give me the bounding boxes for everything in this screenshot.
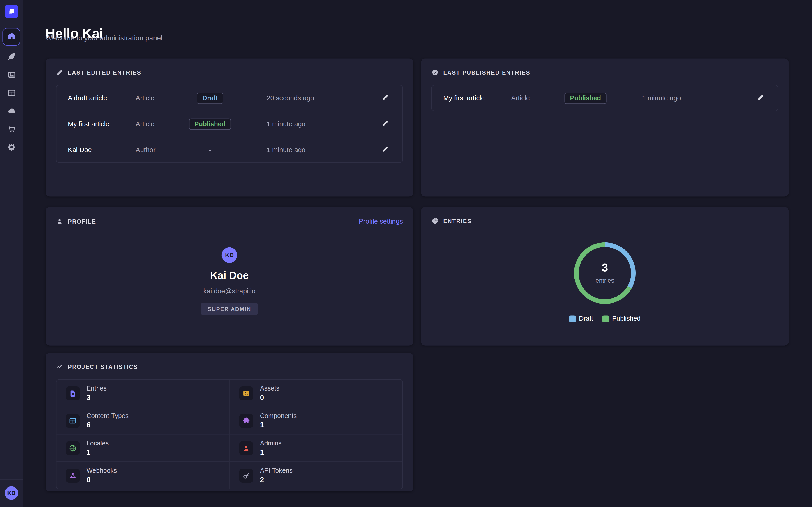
chart-legend: Draft Published (421, 315, 789, 322)
edit-entry-button[interactable] (755, 92, 766, 104)
role-badge: SUPER ADMIN (201, 302, 258, 315)
entries-donut-chart: 3 entries (572, 241, 638, 306)
sidebar-item-media-library[interactable] (5, 69, 17, 82)
entry-row: My first article Article Published 1 min… (56, 111, 402, 136)
stat-cell-webhooks: Webhooks 0 (56, 461, 230, 489)
entry-title: My first article (68, 120, 136, 128)
gear-icon (7, 143, 16, 154)
sidebar-item-content-manager[interactable] (5, 51, 17, 64)
entry-row: My first article Article Published 1 min… (432, 86, 778, 111)
pencil-icon (382, 94, 389, 103)
profile-settings-link[interactable]: Profile settings (359, 217, 403, 225)
profile-name: Kai Doe (210, 270, 249, 281)
stat-value: 3 (86, 393, 106, 402)
puzzle-icon (239, 414, 253, 428)
entry-title: My first article (443, 94, 511, 102)
last-published-table: My first article Article Published 1 min… (432, 85, 778, 111)
entry-type: Article (511, 94, 563, 102)
pencil-icon (382, 119, 389, 128)
check-circle-icon (432, 69, 439, 76)
stat-cell-content-types: Content-Types 6 (56, 407, 230, 434)
globe-icon (66, 441, 80, 455)
webhook-icon (66, 468, 80, 483)
card-title: ENTRIES (443, 218, 472, 224)
avatar: KD (222, 247, 237, 263)
layout-icon (7, 88, 16, 99)
entry-title: Kai Doe (68, 146, 136, 154)
cart-icon (7, 124, 16, 135)
cloud-icon (7, 106, 16, 117)
stat-value: 0 (86, 475, 117, 484)
sidebar-item-content-type-builder[interactable] (5, 88, 17, 100)
entry-status: Published (188, 118, 233, 130)
strapi-dashboard: KD Hello Kai Welcome to your administrat… (0, 0, 812, 507)
no-status: - (209, 146, 211, 154)
profile-card: PROFILE Profile settings KD Kai Doe kai.… (46, 207, 413, 345)
entries-card: ENTRIES 3 entries Draft Published (421, 207, 789, 345)
entry-status: Draft (188, 93, 233, 104)
stat-value: 1 (260, 421, 297, 429)
entry-title: A draft article (68, 94, 136, 102)
home-icon (7, 31, 16, 42)
entries-total: 3 (602, 262, 608, 274)
stat-value: 6 (86, 421, 129, 429)
pie-chart-icon (432, 217, 439, 224)
stat-value: 2 (260, 475, 293, 484)
legend-swatch-icon (602, 315, 609, 322)
user-avatar[interactable]: KD (5, 486, 18, 500)
images-icon (7, 70, 16, 81)
stat-value: 0 (260, 393, 280, 402)
stat-label: Entries (86, 385, 106, 392)
document-icon (66, 386, 80, 400)
pencil-icon (382, 145, 389, 154)
last-edited-entries-card: LAST EDITED ENTRIES A draft article Arti… (46, 58, 413, 196)
edit-entry-button[interactable] (379, 117, 391, 130)
stat-cell-api-tokens: API Tokens 2 (230, 461, 402, 489)
stat-cell-admins: Admins 1 (230, 434, 402, 461)
key-icon (239, 468, 253, 483)
stat-label: API Tokens (260, 467, 293, 474)
stat-cell-assets: Assets 0 (230, 380, 402, 406)
entry-type: Author (136, 146, 188, 154)
stat-value: 1 (86, 448, 109, 456)
pencil-icon (757, 94, 764, 103)
card-title: PROJECT STATISTICS (68, 364, 138, 370)
edit-entry-button[interactable] (379, 143, 391, 156)
stat-label: Admins (260, 440, 282, 447)
sidebar-item-settings[interactable] (5, 142, 17, 154)
project-statistics-card: PROJECT STATISTICS Entries 3 Assets 0 Co… (46, 353, 413, 492)
strapi-logo-icon[interactable] (5, 5, 18, 18)
trending-up-icon (56, 363, 63, 371)
stat-cell-components: Components 1 (230, 407, 402, 434)
entry-type: Article (136, 120, 188, 128)
pencil-icon (56, 69, 63, 76)
stat-label: Components (260, 412, 297, 419)
person-icon (239, 441, 253, 455)
user-icon (56, 217, 63, 225)
entry-status: - (188, 146, 233, 154)
entries-total-label: entries (596, 277, 614, 284)
sidebar-item-marketplace[interactable] (5, 124, 17, 136)
stat-cell-entries: Entries 3 (56, 380, 230, 406)
legend-item-draft: Draft (569, 315, 593, 322)
sidebar-item-home[interactable] (2, 28, 20, 46)
sidebar-divider (0, 23, 23, 23)
sidebar-item-cloud[interactable] (5, 105, 17, 118)
status-badge: Published (189, 118, 231, 130)
stat-label: Content-Types (86, 412, 129, 419)
edit-entry-button[interactable] (379, 92, 391, 104)
sidebar-divider (0, 479, 23, 480)
stat-label: Webhooks (86, 467, 117, 474)
legend-swatch-icon (569, 315, 576, 322)
status-badge: Draft (197, 93, 223, 104)
entry-status: Published (563, 93, 608, 104)
last-published-entries-card: LAST PUBLISHED ENTRIES My first article … (421, 58, 789, 196)
legend-item-published: Published (602, 315, 641, 322)
entry-type: Article (136, 94, 188, 102)
layout-icon (66, 414, 80, 428)
stat-label: Locales (86, 440, 109, 447)
legend-label: Published (612, 315, 641, 322)
entry-updated-time: 1 minute ago (233, 120, 379, 128)
stat-cell-locales: Locales 1 (56, 434, 230, 461)
entry-row: Kai Doe Author - 1 minute ago (56, 136, 402, 163)
